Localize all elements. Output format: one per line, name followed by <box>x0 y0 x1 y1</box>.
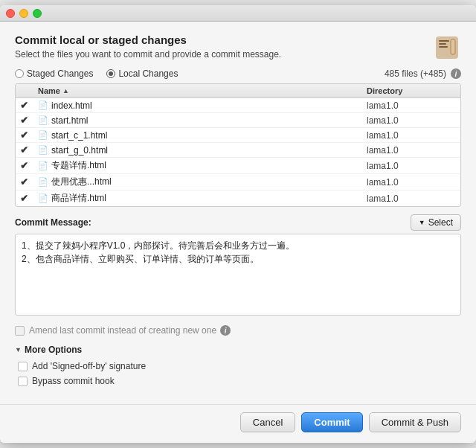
svg-rect-3 <box>439 46 448 48</box>
option-signed-off: Add 'Signed-off-by' signature <box>15 361 461 371</box>
row-dir-cell: lama1.0 <box>367 145 456 156</box>
file-icon: 📄 <box>38 193 48 203</box>
row-file-cell: 📄 专题详情.html <box>38 159 367 172</box>
header-area: Commit local or staged changes Select th… <box>15 33 461 60</box>
cancel-button[interactable]: Cancel <box>240 412 295 432</box>
signed-off-checkbox[interactable] <box>18 362 28 371</box>
check-icon: ✔ <box>20 176 28 188</box>
table-row[interactable]: ✔ 📄 商品详情.html lama1.0 <box>16 191 460 206</box>
col-dir-header: Directory <box>367 86 456 95</box>
row-check-cell: ✔ <box>20 176 38 188</box>
row-check-cell: ✔ <box>20 100 38 111</box>
dialog-subtitle: Select the files you want to commit and … <box>15 49 461 60</box>
file-icon: 📄 <box>38 161 48 170</box>
signed-off-label: Add 'Signed-off-by' signature <box>32 361 146 371</box>
file-icon: 📄 <box>38 100 48 110</box>
row-file-cell: 📄 使用优惠...html <box>38 176 367 188</box>
svg-rect-1 <box>439 40 449 42</box>
table-row[interactable]: ✔ 📄 专题详情.html lama1.0 <box>16 158 460 174</box>
check-icon: ✔ <box>20 115 28 126</box>
file-count-text: 485 files (+485) <box>385 68 446 79</box>
row-check-cell: ✔ <box>20 129 38 141</box>
tab-staged-changes[interactable]: Staged Changes <box>15 68 93 79</box>
commit-push-button[interactable]: Commit & Push <box>369 412 461 432</box>
select-button-label: Select <box>428 217 453 228</box>
row-check-cell: ✔ <box>20 144 38 156</box>
amend-row: Amend last commit instead of creating ne… <box>15 325 461 336</box>
dialog-title: Commit local or staged changes <box>15 33 461 46</box>
tab-staged-label: Staged Changes <box>27 68 93 79</box>
row-dir-cell: lama1.0 <box>367 161 456 171</box>
check-icon: ✔ <box>20 129 28 141</box>
bypass-hook-label: Bypass commit hook <box>32 376 115 386</box>
file-table: Name ▲ Directory ✔ 📄 index.html lama1.0 … <box>15 83 461 207</box>
radio-staged[interactable] <box>15 69 24 78</box>
tabs-row: Staged Changes Local Changes 485 files (… <box>15 68 461 79</box>
file-icon: 📄 <box>38 177 48 187</box>
dialog-content: Commit local or staged changes Select th… <box>0 22 476 404</box>
more-options-toggle[interactable]: ▼ More Options <box>15 345 461 355</box>
amend-info-icon[interactable]: i <box>220 325 231 336</box>
file-name: index.html <box>51 100 92 111</box>
row-check-cell: ✔ <box>20 160 38 171</box>
tab-local-changes[interactable]: Local Changes <box>106 68 178 79</box>
more-options-triangle-icon: ▼ <box>15 346 22 353</box>
table-body: ✔ 📄 index.html lama1.0 ✔ 📄 start.html la… <box>16 98 460 206</box>
minimize-button[interactable] <box>19 9 28 18</box>
amend-checkbox[interactable] <box>15 326 25 336</box>
file-icon: 📄 <box>38 145 48 155</box>
table-row[interactable]: ✔ 📄 start_c_1.html lama1.0 <box>16 128 460 143</box>
row-dir-cell: lama1.0 <box>367 115 456 126</box>
more-options-section: ▼ More Options Add 'Signed-off-by' signa… <box>15 345 461 386</box>
commit-message-textarea[interactable] <box>15 234 461 316</box>
table-row[interactable]: ✔ 📄 start.html lama1.0 <box>16 113 460 128</box>
file-name: 专题详情.html <box>51 159 106 172</box>
row-file-cell: 📄 start_c_1.html <box>38 130 367 141</box>
git-repo-icon <box>433 33 461 64</box>
file-name: start.html <box>51 115 88 126</box>
titlebar <box>0 5 476 22</box>
row-file-cell: 📄 index.html <box>38 100 367 111</box>
table-header: Name ▲ Directory <box>16 84 460 98</box>
commit-message-header: Commit Message: ▼ Select <box>15 214 461 231</box>
svg-rect-4 <box>451 39 455 54</box>
amend-label: Amend last commit instead of creating ne… <box>29 325 231 336</box>
check-icon: ✔ <box>20 100 28 111</box>
dialog-footer: Cancel Commit Commit & Push <box>0 404 476 443</box>
dropdown-arrow-icon: ▼ <box>419 219 425 226</box>
commit-message-label: Commit Message: <box>15 217 91 228</box>
check-icon: ✔ <box>20 193 28 204</box>
row-file-cell: 📄 start_g_0.html <box>38 145 367 156</box>
select-button[interactable]: ▼ Select <box>411 214 461 231</box>
radio-local[interactable] <box>106 69 115 78</box>
file-count-info-icon[interactable]: i <box>451 68 461 79</box>
check-icon: ✔ <box>20 160 28 171</box>
file-count-area: 485 files (+485) i <box>385 68 461 79</box>
file-icon: 📄 <box>38 115 48 125</box>
main-window: Commit local or staged changes Select th… <box>0 5 476 443</box>
file-name: 商品详情.html <box>51 192 106 205</box>
row-dir-cell: lama1.0 <box>367 177 456 188</box>
more-options-label: More Options <box>25 345 82 355</box>
row-file-cell: 📄 商品详情.html <box>38 192 367 205</box>
file-name: start_c_1.html <box>51 130 107 141</box>
table-row[interactable]: ✔ 📄 start_g_0.html lama1.0 <box>16 143 460 158</box>
row-dir-cell: lama1.0 <box>367 193 456 204</box>
row-check-cell: ✔ <box>20 193 38 204</box>
row-dir-cell: lama1.0 <box>367 100 456 111</box>
bypass-hook-checkbox[interactable] <box>18 377 28 386</box>
svg-rect-2 <box>439 43 446 45</box>
row-check-cell: ✔ <box>20 115 38 126</box>
table-row[interactable]: ✔ 📄 index.html lama1.0 <box>16 98 460 113</box>
close-button[interactable] <box>6 9 15 18</box>
col-check-header <box>20 86 38 95</box>
table-row[interactable]: ✔ 📄 使用优惠...html lama1.0 <box>16 174 460 191</box>
row-dir-cell: lama1.0 <box>367 130 456 141</box>
maximize-button[interactable] <box>33 9 42 18</box>
check-icon: ✔ <box>20 144 28 156</box>
file-name: 使用优惠...html <box>51 176 112 188</box>
tab-local-label: Local Changes <box>118 68 178 79</box>
file-name: start_g_0.html <box>51 145 108 156</box>
commit-button[interactable]: Commit <box>301 412 362 432</box>
row-file-cell: 📄 start.html <box>38 115 367 126</box>
